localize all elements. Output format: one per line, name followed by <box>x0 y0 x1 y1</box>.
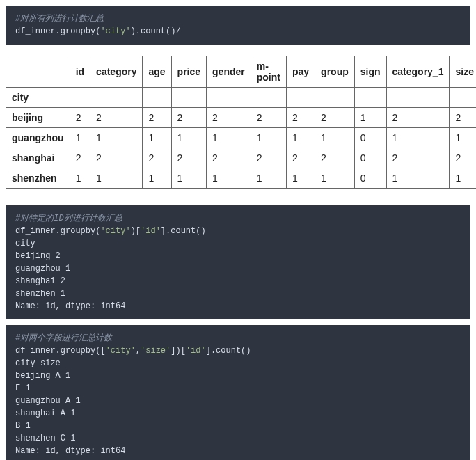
output-line: B 1 <box>15 421 31 431</box>
code-text: ].count() <box>161 226 206 236</box>
cell: 1 <box>90 128 143 148</box>
result-table-wrap: id category age price gender m-point pay… <box>6 56 470 189</box>
code-text: df_inner.groupby( <box>15 26 100 36</box>
cell: 2 <box>207 148 251 168</box>
col-header: sign <box>354 56 386 88</box>
row-label: beijing <box>6 108 70 128</box>
col-header: size <box>450 56 476 88</box>
code-block-2: #对特定的ID列进行计数汇总 df_inner.groupby('city')[… <box>6 205 470 319</box>
cell: 1 <box>386 128 450 148</box>
code-string: 'id' <box>186 346 206 356</box>
cell: 2 <box>286 148 315 168</box>
cell: 1 <box>143 168 171 189</box>
code-text: ].count() <box>206 346 251 356</box>
code-line: df_inner.groupby('city')['id'].count() <box>15 226 206 236</box>
cell: 2 <box>251 148 286 168</box>
code-text: ])[ <box>170 346 186 356</box>
cell: 2 <box>70 148 90 168</box>
table-header-row: id category age price gender m-point pay… <box>6 56 477 88</box>
cell: 1 <box>251 128 286 148</box>
col-header: m-point <box>251 56 286 88</box>
cell: 1 <box>286 168 315 189</box>
code-text: ).count()/ <box>131 26 181 36</box>
output-line: shenzhen C 1 <box>15 434 75 443</box>
cell: 1 <box>70 168 90 189</box>
col-header: category <box>90 56 143 88</box>
table-row: guangzhou 1 1 1 1 1 1 1 1 0 1 1 <box>6 128 477 148</box>
col-header: id <box>70 56 90 88</box>
code-string: 'city' <box>100 26 130 36</box>
row-label: guangzhou <box>6 128 70 148</box>
code-comment: #对两个字段进行汇总计数 <box>15 333 112 343</box>
code-block-1: #对所有列进行计数汇总 df_inner.groupby('city').cou… <box>6 6 470 45</box>
cell: 2 <box>286 108 315 128</box>
row-label: shenzhen <box>6 168 70 189</box>
cell: 2 <box>450 108 476 128</box>
code-string: 'city' <box>106 346 136 356</box>
output-line: guangzhou 1 <box>15 264 70 273</box>
output-line: F 1 <box>15 383 31 393</box>
table-index-row: city <box>6 88 477 108</box>
code-text: df_inner.groupby([ <box>15 346 106 356</box>
output-line: city <box>15 239 35 248</box>
cell: 2 <box>386 108 450 128</box>
output-line: Name: id, dtype: int64 <box>15 301 125 311</box>
cell: 2 <box>315 148 355 168</box>
cell: 1 <box>207 128 251 148</box>
cell: 1 <box>171 168 206 189</box>
output-line: Name: id, dtype: int64 <box>15 446 125 456</box>
cell: 2 <box>90 148 143 168</box>
cell: 1 <box>386 168 450 189</box>
cell: 0 <box>354 168 386 189</box>
cell: 2 <box>450 148 476 168</box>
cell: 1 <box>315 168 355 189</box>
code-string: 'id' <box>141 226 161 236</box>
cell: 2 <box>315 108 355 128</box>
cell: 2 <box>171 148 206 168</box>
output-line: guangzhou A 1 <box>15 396 81 406</box>
code-text: )[ <box>131 226 141 236</box>
col-header: group <box>315 56 355 88</box>
cell: 2 <box>386 148 450 168</box>
output-line: shanghai 2 <box>15 276 65 286</box>
cell: 2 <box>143 108 171 128</box>
cell: 2 <box>90 108 143 128</box>
cell: 1 <box>286 128 315 148</box>
output-line: shanghai A 1 <box>15 409 75 418</box>
cell: 1 <box>143 128 171 148</box>
code-text: df_inner.groupby( <box>15 226 100 236</box>
output-line: shenzhen 1 <box>15 289 65 299</box>
cell: 0 <box>354 128 386 148</box>
table-row: shenzhen 1 1 1 1 1 1 1 1 0 1 1 <box>6 168 477 189</box>
cell: 1 <box>90 168 143 189</box>
code-comment: #对特定的ID列进行计数汇总 <box>15 214 122 223</box>
col-header: price <box>171 56 206 88</box>
cell: 2 <box>251 108 286 128</box>
table-row: beijing 2 2 2 2 2 2 2 2 1 2 2 <box>6 108 477 128</box>
cell: 1 <box>450 168 476 189</box>
code-block-3: #对两个字段进行汇总计数 df_inner.groupby(['city','s… <box>6 325 470 460</box>
row-label: shanghai <box>6 148 70 168</box>
cell: 1 <box>171 128 206 148</box>
col-header: category_1 <box>386 56 450 88</box>
code-string: 'size' <box>141 346 170 356</box>
cell: 0 <box>354 148 386 168</box>
cell: 1 <box>354 108 386 128</box>
code-line: df_inner.groupby('city').count()/ <box>15 26 181 36</box>
cell: 1 <box>450 128 476 148</box>
cell: 1 <box>315 128 355 148</box>
cell: 2 <box>171 108 206 128</box>
col-header: age <box>143 56 171 88</box>
table-corner <box>6 56 70 88</box>
index-name: city <box>6 88 70 108</box>
output-line: city size <box>15 358 61 368</box>
output-line: beijing A 1 <box>15 371 70 381</box>
code-string: 'city' <box>100 226 130 236</box>
cell: 2 <box>70 108 90 128</box>
table-row: shanghai 2 2 2 2 2 2 2 2 0 2 2 <box>6 148 477 168</box>
result-table: id category age price gender m-point pay… <box>6 56 476 189</box>
col-header: pay <box>286 56 315 88</box>
code-line: df_inner.groupby(['city','size'])['id'].… <box>15 346 251 356</box>
cell: 2 <box>143 148 171 168</box>
cell: 1 <box>70 128 90 148</box>
